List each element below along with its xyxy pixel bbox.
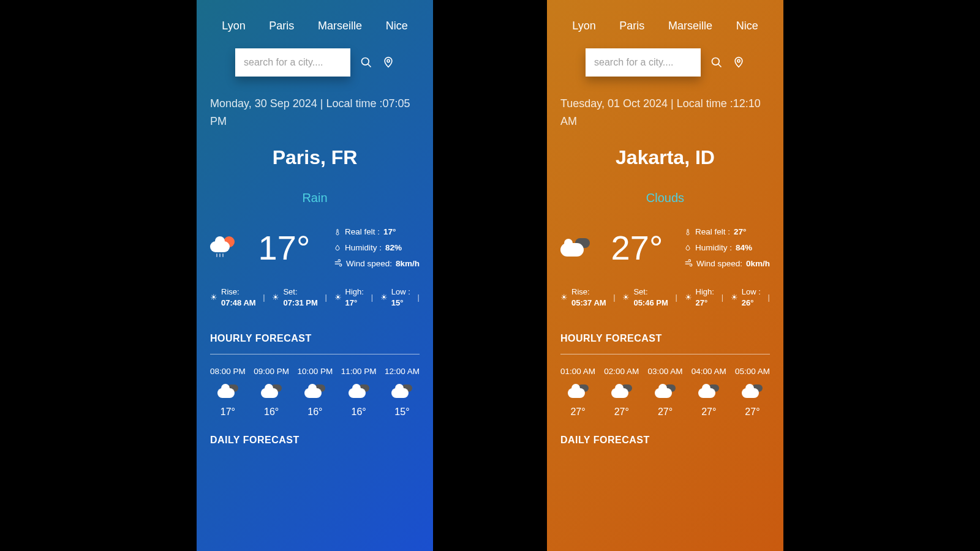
humidity-value: 82% — [385, 243, 402, 252]
hourly-temp: 16° — [307, 407, 322, 418]
hourly-item: 09:00 PM16° — [254, 367, 289, 418]
droplet-icon — [334, 243, 341, 253]
search-input[interactable] — [235, 48, 350, 77]
cloud-icon — [261, 384, 282, 398]
humidity-label: Humidity : — [345, 243, 382, 252]
location-title: Jakarta, ID — [560, 146, 770, 169]
cloud-icon — [611, 384, 632, 398]
weather-card-jakarta: Lyon Paris Marseille Nice Tuesday, 01 Oc… — [547, 0, 783, 551]
high-value: 17° — [345, 298, 364, 309]
separator: | — [371, 293, 373, 302]
daily-title: DAILY FORECAST — [210, 435, 420, 446]
hourly-time: 01:00 AM — [560, 367, 595, 376]
location-icon[interactable] — [382, 56, 394, 69]
low-label: Low : — [391, 287, 410, 298]
weather-card-paris: Lyon Paris Marseille Nice Monday, 30 Sep… — [197, 0, 433, 551]
low-value: 15° — [391, 298, 410, 309]
set-label: Set: — [633, 287, 668, 298]
city-shortcuts: Lyon Paris Marseille Nice — [210, 20, 420, 32]
datetime-text: Tuesday, 01 Oct 2024 | Local time :12:10… — [560, 95, 770, 130]
sun-icon: ☀ — [272, 293, 279, 302]
divider — [560, 354, 770, 354]
city-link-paris[interactable]: Paris — [619, 20, 644, 32]
realfelt-label: Real felt : — [695, 227, 730, 236]
cloud-icon — [304, 384, 325, 398]
search-icon[interactable] — [360, 56, 372, 69]
hourly-item: 11:00 PM16° — [341, 367, 377, 418]
hourly-forecast: 08:00 PM17° 09:00 PM16° 10:00 PM16° 11:0… — [210, 367, 420, 418]
set-value: 07:31 PM — [283, 298, 317, 309]
realfelt-value: 17° — [383, 227, 396, 236]
hourly-temp: 27° — [658, 407, 673, 418]
divider — [210, 354, 420, 354]
current-temp: 17° — [258, 228, 311, 268]
hourly-item: 08:00 PM17° — [210, 367, 246, 418]
realfelt-label: Real felt : — [345, 227, 380, 236]
wind-value: 8km/h — [396, 259, 420, 268]
svg-line-4 — [718, 64, 722, 67]
separator: | — [418, 293, 420, 302]
thermometer-icon — [334, 227, 341, 237]
search-row — [210, 48, 420, 77]
rise-value: 05:37 AM — [571, 298, 606, 309]
set-label: Set: — [283, 287, 317, 298]
sun-icon: ☀ — [380, 293, 388, 302]
separator: | — [675, 293, 677, 302]
thermometer-icon — [684, 227, 692, 237]
svg-point-2 — [387, 59, 390, 62]
hourly-title: HOURLY FORECAST — [560, 333, 770, 344]
hourly-time: 08:00 PM — [210, 367, 246, 376]
svg-line-1 — [368, 64, 371, 67]
hourly-time: 02:00 AM — [604, 367, 639, 376]
set-value: 05:46 PM — [633, 298, 668, 309]
hourly-time: 09:00 PM — [254, 367, 289, 376]
hourly-item: 02:00 AM27° — [604, 367, 639, 418]
current-weather-row: 17° Real felt : 17° Humidity : 82% Wind … — [210, 227, 420, 268]
city-link-nice[interactable]: Nice — [736, 20, 758, 32]
current-weather-row: 27° Real felt : 27° Humidity : 84% Wind … — [560, 227, 770, 268]
separator: | — [325, 293, 326, 302]
high-label: High: — [345, 287, 364, 298]
realfelt-value: 27° — [734, 227, 746, 236]
city-link-nice[interactable]: Nice — [386, 20, 408, 32]
sun-icon: ☀ — [731, 293, 738, 302]
rise-label: Rise: — [221, 287, 256, 298]
hourly-temp: 16° — [264, 407, 279, 418]
wind-icon — [334, 259, 342, 268]
sun-high-low-row: ☀Rise:07:48 AM | ☀Set:07:31 PM | ☀High:1… — [210, 287, 420, 309]
weather-icon-clouds — [560, 238, 590, 257]
rise-value: 07:48 AM — [221, 298, 256, 309]
cloud-icon — [655, 384, 676, 398]
city-link-marseille[interactable]: Marseille — [318, 20, 362, 32]
city-link-lyon[interactable]: Lyon — [222, 20, 245, 32]
hourly-temp: 27° — [745, 407, 760, 418]
cloud-icon — [568, 384, 589, 398]
search-input[interactable] — [586, 48, 701, 77]
sun-icon: ☀ — [622, 293, 630, 302]
location-icon[interactable] — [733, 56, 745, 69]
hourly-item: 04:00 AM27° — [692, 367, 726, 418]
search-icon[interactable] — [710, 56, 723, 69]
hourly-item: 01:00 AM27° — [560, 367, 595, 418]
low-value: 26° — [742, 298, 761, 309]
weather-details: Real felt : 17° Humidity : 82% Wind spee… — [334, 227, 420, 268]
high-value: 27° — [696, 298, 714, 309]
condition-text: Clouds — [560, 191, 770, 205]
hourly-time: 11:00 PM — [341, 367, 377, 376]
separator: | — [768, 293, 770, 302]
city-link-marseille[interactable]: Marseille — [668, 20, 712, 32]
daily-title: DAILY FORECAST — [560, 435, 770, 446]
hourly-item: 10:00 PM16° — [297, 367, 333, 418]
city-link-lyon[interactable]: Lyon — [572, 20, 595, 32]
city-link-paris[interactable]: Paris — [269, 20, 294, 32]
wind-label: Wind speed: — [696, 259, 742, 268]
sun-icon: ☀ — [685, 293, 692, 302]
location-title: Paris, FR — [210, 146, 420, 169]
hourly-temp: 27° — [570, 407, 585, 418]
svg-point-0 — [362, 58, 369, 66]
hourly-forecast: 01:00 AM27° 02:00 AM27° 03:00 AM27° 04:0… — [560, 367, 770, 418]
droplet-icon — [684, 243, 692, 253]
hourly-temp: 27° — [701, 407, 716, 418]
humidity-label: Humidity : — [695, 243, 732, 252]
hourly-temp: 15° — [394, 407, 409, 418]
